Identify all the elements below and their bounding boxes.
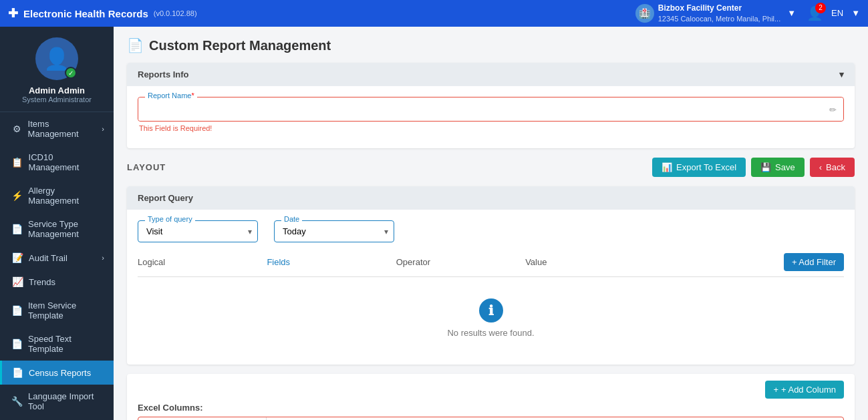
report-query-title: Report Query (138, 193, 193, 203)
audit-trail-icon: 📝 (11, 252, 23, 263)
facility-text: Bizbox Facility Center 12345 Caloocan, M… (658, 3, 780, 23)
service-type-icon: 📄 (11, 224, 23, 234)
items-management-chevron: › (102, 125, 104, 133)
language-import-label: Language Import Tool (28, 391, 104, 411)
report-name-error: This Field is Required! (138, 124, 844, 132)
app-body: 👤 ✓ Admin Admin System Administrator ⚙ I… (0, 27, 868, 420)
sidebar-item-service-type-management[interactable]: 📄 Service Type Management (0, 212, 114, 246)
profile-name: Admin Admin (29, 85, 85, 95)
date-select[interactable]: Today This Week This Month Custom Range (275, 221, 394, 242)
toolbar-buttons: 📊 Export To Excel 💾 Save ‹ Back (652, 158, 855, 177)
avatar: 👤 ✓ (35, 37, 78, 80)
report-name-edit-icon: ✏ (829, 104, 837, 114)
plus-icon: ✚ (8, 6, 18, 21)
icd10-label: ICD10 Management (29, 152, 104, 172)
excel-columns-header: + + Add Column (138, 381, 844, 399)
date-select-wrap: Date Today This Week This Month Custom R… (274, 220, 394, 242)
report-name-input[interactable] (138, 97, 843, 121)
app-title-area: ✚ Electronic Health Records (v0.0.102.88… (8, 6, 197, 21)
excel-columns-section: + + Add Column Excel Columns: Visit Date… (127, 374, 855, 420)
notification-badge: 2 (815, 3, 826, 13)
notification-icon-wrap[interactable]: 👤 2 (807, 5, 823, 21)
item-service-template-label: Item Service Template (28, 300, 104, 321)
back-button[interactable]: ‹ Back (810, 158, 855, 177)
save-button[interactable]: 💾 Save (751, 158, 805, 177)
trends-icon: 📈 (11, 276, 23, 287)
reports-info-body: Report Name* ✏ This Field is Required! (127, 86, 855, 148)
audit-trail-label: Audit Trail (29, 253, 67, 263)
trends-label: Trends (29, 277, 55, 287)
reports-info-collapse-icon[interactable]: ▾ (839, 69, 844, 79)
page-doc-icon: 📄 (127, 37, 144, 53)
items-management-label: Items Management (28, 119, 97, 139)
page-title: Custom Report Management (149, 38, 331, 53)
facility-address: 12345 Caloocan, Metro Manila, Phil... (658, 14, 780, 23)
top-navigation: ✚ Electronic Health Records (v0.0.102.88… (0, 0, 868, 27)
save-icon: 💾 (760, 162, 771, 172)
layout-label: LAYOUT (127, 162, 166, 172)
no-results-text: No results were found. (447, 328, 534, 338)
report-name-group: Report Name* ✏ This Field is Required! (138, 97, 844, 132)
type-of-query-label: Type of query (145, 215, 195, 223)
filter-table-header: Logical Fields Operator Value + Add Filt… (138, 253, 844, 277)
info-icon: ℹ (479, 298, 503, 323)
report-query-card: Report Query Type of query Visit Admissi… (127, 186, 855, 365)
nav-icons: 👤 2 EN ▼ (807, 5, 860, 21)
sidebar-item-trends[interactable]: 📈 Trends (0, 270, 114, 294)
filter-operator-col-header: Operator (396, 257, 525, 267)
report-query-body: Type of query Visit Admission Custom ▾ D… (127, 210, 855, 365)
sidebar-item-audit-trail[interactable]: 📝 Audit Trail › (0, 246, 114, 270)
items-management-icon: ⚙ (11, 124, 23, 134)
add-column-icon: + (773, 385, 778, 395)
filter-logical-col-header: Logical (138, 257, 267, 267)
sidebar-item-items-management[interactable]: ⚙ Items Management › (0, 112, 114, 146)
filter-fields-col-header: Fields (267, 257, 396, 267)
query-selects-row: Type of query Visit Admission Custom ▾ D… (138, 220, 844, 242)
item-service-template-icon: 📄 (11, 305, 23, 316)
export-excel-button[interactable]: 📊 Export To Excel (652, 158, 746, 177)
speed-text-icon: 📄 (11, 339, 23, 349)
sidebar-menu: ⚙ Items Management › 📋 ICD10 Management … (0, 112, 114, 420)
report-name-label: Report Name* (145, 91, 197, 99)
app-version: (v0.0.102.88) (154, 9, 197, 17)
report-name-input-wrap: Report Name* ✏ (138, 97, 844, 122)
reports-info-title: Reports Info (138, 69, 189, 79)
date-label: Date (281, 215, 302, 223)
back-icon: ‹ (819, 162, 822, 172)
page-title-area: 📄 Custom Report Management (127, 37, 855, 53)
sidebar-item-allergy-management[interactable]: ⚡ Allergy Management (0, 179, 114, 212)
avatar-badge: ✓ (65, 67, 77, 79)
sidebar-item-speed-text-template[interactable]: 📄 Speed Text Template (0, 327, 114, 361)
export-icon: 📊 (662, 162, 672, 172)
sidebar: 👤 ✓ Admin Admin System Administrator ⚙ I… (0, 27, 114, 420)
census-reports-label: Census Reports (29, 368, 91, 378)
facility-icon: 🏥 (635, 4, 654, 23)
facility-name: Bizbox Facility Center (658, 3, 780, 14)
language-import-icon: 🔧 (11, 396, 23, 407)
facility-dropdown-icon[interactable]: ▼ (787, 8, 796, 18)
no-results-area: ℹ No results were found. (138, 282, 844, 354)
sidebar-item-census-reports[interactable]: 📄 Census Reports (0, 361, 114, 385)
add-filter-button[interactable]: + Add Filter (784, 253, 844, 271)
col-cell-patient-id: Patient Id / Hospital No. ⋮ (202, 417, 267, 420)
reports-info-header[interactable]: Reports Info ▾ (127, 63, 855, 86)
language-dropdown-icon[interactable]: ▼ (851, 8, 860, 18)
type-of-query-select[interactable]: Visit Admission Custom (138, 221, 257, 242)
excel-columns-label: Excel Columns: (138, 403, 844, 413)
service-type-label: Service Type Management (28, 219, 104, 239)
main-content: 📄 Custom Report Management Reports Info … (114, 27, 868, 420)
language-selector[interactable]: EN (831, 8, 843, 18)
sidebar-item-icd10-management[interactable]: 📋 ICD10 Management (0, 146, 114, 179)
sidebar-item-language-import-tool[interactable]: 🔧 Language Import Tool (0, 385, 114, 418)
filter-value-col-header: Value (525, 257, 784, 267)
add-column-button[interactable]: + + Add Column (765, 381, 844, 399)
reports-info-card: Reports Info ▾ Report Name* ✏ This Field… (127, 63, 855, 148)
app-title: Electronic Health Records (23, 8, 148, 19)
facility-info[interactable]: 🏥 Bizbox Facility Center 12345 Caloocan,… (635, 3, 796, 23)
sidebar-item-item-service-template[interactable]: 📄 Item Service Template (0, 294, 114, 327)
speed-text-label: Speed Text Template (28, 334, 104, 354)
profile-role: System Administrator (22, 95, 92, 103)
report-query-header[interactable]: Report Query (127, 186, 855, 210)
layout-toolbar: LAYOUT 📊 Export To Excel 💾 Save ‹ Back (127, 158, 855, 177)
audit-trail-chevron: › (102, 254, 104, 262)
